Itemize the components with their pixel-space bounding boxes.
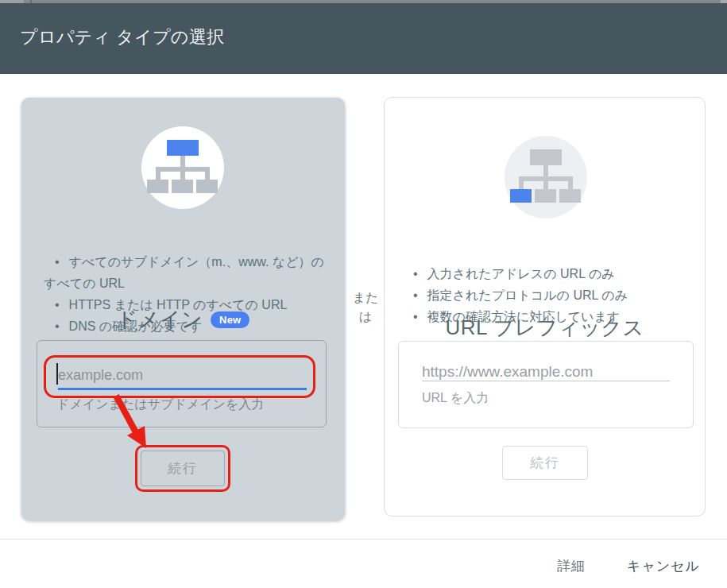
property-type-dialog: プロパティ タイプの選択 ドメイン New すべてのサブドメイン（m.、www.…	[0, 0, 727, 588]
url-prefix-feature-item: 複数の確認方法に対応しています	[408, 306, 683, 327]
domain-property-card[interactable]: ドメイン New すべてのサブドメイン（m.、www. など）のすべての URL…	[21, 98, 345, 520]
domain-input-focus-underline	[58, 388, 307, 390]
domain-input-group: ドメインまたはサブドメインを入力	[37, 340, 327, 427]
url-prefix-input-underline	[422, 381, 670, 381]
footer-divider	[0, 539, 727, 540]
domain-icon-circle	[141, 126, 224, 209]
url-prefix-feature-list: 入力されたアドレスの URL のみ 指定されたプロトコルの URL のみ 複数の…	[408, 263, 683, 327]
learn-more-link[interactable]: 詳細	[557, 557, 586, 575]
domain-feature-item: すべてのサブドメイン（m.、www. など）のすべての URL	[44, 251, 327, 294]
domain-feature-item: DNS の確認が必要です	[44, 315, 327, 337]
url-prefix-feature-item: 入力されたアドレスの URL のみ	[408, 263, 683, 284]
dialog-header: プロパティ タイプの選択	[0, 3, 727, 74]
url-prefix-property-card[interactable]: URL プレフィックス 入力されたアドレスの URL のみ 指定されたプロトコル…	[384, 97, 706, 516]
url-prefix-input-helper: URL を入力	[422, 390, 489, 407]
sitemap-domain-icon	[145, 140, 221, 195]
cancel-button[interactable]: キャンセル	[627, 557, 700, 575]
dialog-title: プロパティ タイプの選択	[20, 25, 225, 49]
or-separator: または	[350, 288, 381, 327]
domain-continue-button[interactable]: 続行	[141, 451, 225, 486]
url-prefix-feature-item: 指定されたプロトコルの URL のみ	[408, 284, 683, 306]
sitemap-urlprefix-icon	[508, 149, 584, 205]
domain-input-helper: ドメインまたはサブドメインを入力	[56, 397, 264, 413]
domain-feature-item: HTTPS または HTTP のすべての URL	[44, 294, 327, 315]
domain-input[interactable]	[58, 364, 312, 386]
url-prefix-icon-circle	[505, 136, 587, 219]
url-prefix-continue-button[interactable]: 続行	[502, 446, 588, 480]
url-prefix-input-group: URL を入力	[398, 341, 694, 428]
domain-feature-list: すべてのサブドメイン（m.、www. など）のすべての URL HTTPS また…	[44, 251, 327, 337]
url-prefix-input[interactable]	[422, 361, 680, 383]
